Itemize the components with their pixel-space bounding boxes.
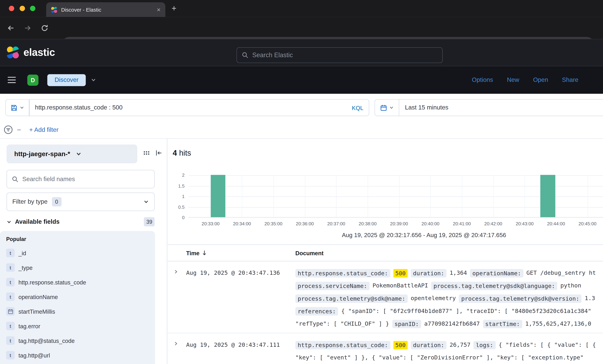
x-axis-label: 20:42:00 [484,221,502,227]
query-input[interactable]: http.response.status_code : 500 KQL [29,99,369,116]
gridline-vertical [556,175,556,217]
text-field-icon: t [6,336,15,345]
filter-icon[interactable] [4,125,13,134]
field-name-chip: http.response.status_code: [295,341,390,349]
date-picker: Last 15 minutes [375,99,603,116]
x-axis-label: 20:41:00 [453,221,471,227]
x-axis-label: 20:40:00 [421,221,439,227]
field-item[interactable]: ttag.http@url [6,348,149,363]
time-range-button[interactable]: Last 15 minutes [399,104,448,111]
field-name-chip: duration: [411,341,447,349]
table-row: Aug 19, 2025 @ 20:43:47.111http.response… [168,333,603,364]
field-value: 26,757 [450,341,470,348]
nav-link-new[interactable]: New [507,77,519,83]
x-axis-label: 20:33:00 [202,221,220,227]
popular-section-label: Popular [6,235,149,246]
field-name-chip: process.serviceName: [295,282,370,290]
macos-close-button[interactable] [9,6,14,11]
field-name-label: _type [19,264,33,271]
x-axis-label: 20:35:00 [264,221,282,227]
text-field-icon: t [6,278,15,286]
query-language-button[interactable]: KQL [352,104,363,111]
field-name-label: operationName [19,293,58,300]
y-axis-label: 0.5 [178,204,185,210]
menu-icon[interactable] [8,77,16,83]
field-value: python [560,282,581,289]
document-column-header: Document [295,250,324,256]
filter-by-type-button[interactable]: Filter by type 0 [7,193,155,211]
data-view-name: http-jaeger-span-* [14,150,70,158]
field-name-label: startTimeMillis [19,308,55,315]
hits-count: 4 hits [173,149,191,158]
add-filter-button[interactable]: + Add filter [29,126,58,133]
gridline-vertical [399,175,399,217]
tab-close-icon[interactable]: ✕ [157,7,161,12]
field-item[interactable]: t_id [6,246,149,260]
nav-link-share[interactable]: Share [562,77,578,83]
macos-minimize-button[interactable] [20,6,25,11]
histogram-bar [211,175,226,217]
field-name-chip: http.response.status_code: [295,269,390,277]
forward-button[interactable] [19,24,36,32]
available-fields-accordion[interactable]: Available fields 39 [7,216,155,228]
elastic-favicon-icon [51,6,57,13]
field-value: 1,755,625,427,136,0 [525,320,591,327]
nav-actions: OptionsNewOpenShare [472,77,578,83]
breadcrumb-discover[interactable]: Discover [47,74,86,86]
field-value: PokemonBattleAPI [372,282,428,289]
field-value: "key": [ "event" ] }, { "value": [ "Zero… [295,354,584,361]
document-line: "key": [ "event" ] }, { "value": [ "Zero… [295,351,603,364]
back-button[interactable] [2,24,19,32]
field-item[interactable]: toperationName [6,289,149,304]
space-avatar[interactable]: D [27,74,38,86]
browser-toolbar: https://kibana.pokemonbattle.ru/app/disc… [0,17,603,39]
document-line: process.tag.telemetry@sdk@name:opentelem… [295,292,603,305]
document-line: "refType": [ "CHILD_OF" ] }spanID:a77098… [295,318,603,330]
y-axis-label: 1 [182,193,185,199]
data-view-selector[interactable]: http-jaeger-span-* [7,145,137,163]
y-axis: 00.511.52 [168,175,185,217]
new-tab-button[interactable]: + [172,3,176,14]
field-name-label: _id [19,250,26,256]
field-item[interactable]: ttag.error [6,318,149,333]
histogram-plot[interactable] [188,175,603,217]
text-field-icon: t [6,351,15,359]
field-name-chip: spanID: [392,320,421,328]
field-name-chip: operationName: [470,269,523,277]
saved-query-button[interactable] [5,99,29,116]
quick-select-button[interactable] [375,100,399,116]
field-item[interactable]: t_type [6,260,149,275]
kibana-nav-bar: D Discover OptionsNewOpenShare [0,66,603,94]
field-value: opentelemetry [411,295,456,302]
nav-link-open[interactable]: Open [533,77,548,83]
field-item[interactable]: ttag.http@status_code [6,333,149,348]
field-name-chip: startTime: [483,320,522,328]
field-search-input[interactable]: Search field names [7,170,155,188]
filter-divider [17,129,21,130]
collapse-sidebar-icon[interactable] [155,149,162,156]
query-text: http.response.status_code : 500 [35,104,352,111]
y-axis-label: 0 [182,214,185,221]
document-line: references:{ "spanID": [ "6f2c9ff04b1de8… [295,305,603,318]
time-column-header[interactable]: Time [186,250,207,256]
field-item[interactable]: thttp.response.status_code [6,275,149,289]
sort-descending-icon [202,250,207,256]
global-search-input[interactable]: Search Elastic [236,47,442,63]
field-name-chip: process.tag.telemetry@sdk@version: [459,294,582,303]
x-axis-label: 20:38:00 [359,221,377,227]
field-value: GET /debug_sentry ht [526,270,596,276]
row-document: http.response.status_code:500duration:1,… [295,267,603,330]
text-field-icon: t [6,263,15,272]
chevron-down-icon[interactable] [91,77,96,83]
nav-link-options[interactable]: Options [472,77,493,83]
gridline-vertical [588,175,588,217]
macos-zoom-button[interactable] [30,6,35,11]
expand-row-button[interactable] [173,269,181,274]
field-stats-icon[interactable] [143,149,150,156]
expand-row-button[interactable] [173,341,181,346]
search-icon [12,176,19,182]
reload-button[interactable] [36,24,53,32]
row-document: http.response.status_code:500duration:26… [295,339,603,364]
browser-tab[interactable]: Discover - Elastic ✕ [46,2,165,17]
field-item[interactable]: startTimeMillis [6,304,149,318]
